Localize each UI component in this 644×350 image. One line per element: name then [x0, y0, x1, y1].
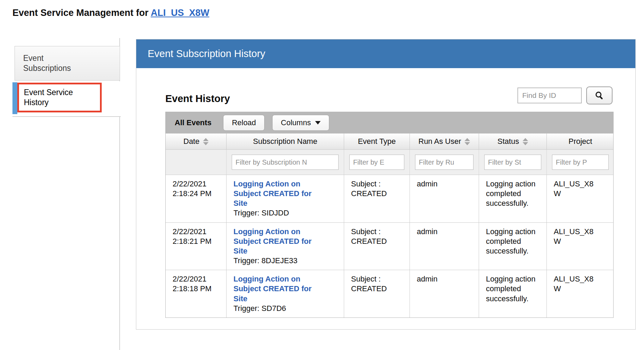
column-header-event-type[interactable]: Event Type [344, 133, 410, 149]
click-highlight-box: Event Service History [17, 83, 102, 112]
filter-cell-event-type [344, 150, 410, 175]
sidebar-item-label: Event Subscriptions [23, 53, 92, 73]
event-history-heading: Event History [165, 93, 230, 104]
filter-cell-project [547, 150, 614, 175]
cell-run-as-user: admin [410, 175, 479, 222]
cell-date: 2/22/2021 2:18:18 PM [166, 270, 227, 317]
sidebar-item-event-subscriptions[interactable]: Event Subscriptions [15, 46, 120, 81]
chevron-down-icon [315, 121, 321, 125]
table-header-row: Date Subscription Name Event Type Run As… [166, 133, 613, 149]
column-header-label: Event Type [358, 137, 396, 146]
subscription-link[interactable]: Logging Action on Subject CREATED for Si… [233, 274, 316, 303]
page-title: Event Service Management for ALI_US_X8W [12, 8, 209, 18]
column-header-status[interactable]: Status [479, 133, 547, 149]
cell-run-as-user: admin [410, 223, 479, 270]
cell-status: Logging action completed successfully. [479, 270, 547, 317]
selected-tab-accent-bar [12, 82, 17, 114]
cell-event-type: Subject : CREATED [344, 175, 410, 222]
cell-event-type: Subject : CREATED [344, 270, 410, 317]
filter-event-type-input[interactable] [349, 155, 404, 170]
event-history-grid: All Events Reload Columns Date Subscript… [165, 112, 614, 318]
grid-toolbar: All Events Reload Columns [166, 112, 613, 133]
find-by-id-input[interactable] [517, 88, 582, 103]
filter-status-input[interactable] [484, 155, 541, 170]
cell-date: 2/22/2021 2:18:21 PM [166, 223, 227, 270]
search-button[interactable] [586, 86, 613, 104]
sort-icon[interactable] [203, 138, 209, 145]
table-row: 2/22/2021 2:18:18 PM Logging Action on S… [166, 270, 613, 317]
search-icon [596, 92, 601, 98]
column-header-project[interactable]: Project [547, 133, 614, 149]
filter-cell-status [479, 150, 547, 175]
cell-project: ALI_US_X8W [547, 270, 614, 317]
cell-project: ALI_US_X8W [547, 223, 614, 270]
sort-icon[interactable] [464, 138, 470, 145]
sidebar: Event Subscriptions Event Service Histor… [12, 38, 120, 350]
cell-status: Logging action completed successfully. [479, 223, 547, 270]
all-events-label: All Events [175, 118, 211, 127]
columns-button[interactable]: Columns [272, 115, 329, 131]
column-header-subscription-name[interactable]: Subscription Name [227, 133, 344, 149]
column-header-label: Project [569, 137, 592, 146]
reload-button-label: Reload [232, 118, 256, 127]
trigger-text: Trigger: 8DJEJE33 [233, 256, 297, 265]
column-header-label: Run As User [418, 137, 461, 146]
filter-cell-date [166, 150, 227, 175]
subscription-link[interactable]: Logging Action on Subject CREATED for Si… [233, 179, 316, 208]
subscription-link[interactable]: Logging Action on Subject CREATED for Si… [233, 227, 316, 256]
table-row: 2/22/2021 2:18:21 PM Logging Action on S… [166, 222, 613, 270]
trigger-text: Trigger: SD7D6 [233, 304, 286, 313]
sidebar-item-label: Event Service History [24, 88, 73, 107]
column-header-label: Subscription Name [253, 137, 318, 146]
page-title-text: Event Service Management for [12, 8, 151, 18]
sidebar-item-event-service-history[interactable]: Event Service History [12, 81, 121, 117]
find-by-id-group [517, 86, 613, 104]
filter-project-input[interactable] [552, 155, 609, 170]
cell-subscription-name: Logging Action on Subject CREATED for Si… [227, 175, 344, 222]
panel-header: Event Subscription History [136, 39, 635, 68]
cell-subscription-name: Logging Action on Subject CREATED for Si… [227, 223, 344, 270]
table-filter-row [166, 149, 613, 175]
cell-project: ALI_US_X8W [547, 175, 614, 222]
filter-run-as-user-input[interactable] [415, 155, 473, 170]
column-header-date[interactable]: Date [166, 133, 227, 149]
trigger-text: Trigger: SIDJDD [233, 209, 289, 217]
reload-button[interactable]: Reload [223, 115, 265, 131]
event-subscription-history-panel: Event Subscription History Event History… [136, 39, 636, 330]
cell-subscription-name: Logging Action on Subject CREATED for Si… [227, 270, 344, 317]
cell-date: 2/22/2021 2:18:24 PM [166, 175, 227, 222]
cell-event-type: Subject : CREATED [344, 223, 410, 270]
panel-title: Event Subscription History [148, 48, 265, 59]
sort-icon[interactable] [523, 138, 528, 145]
columns-button-label: Columns [281, 118, 311, 127]
filter-subscription-name-input[interactable] [232, 155, 339, 170]
column-header-run-as-user[interactable]: Run As User [410, 133, 479, 149]
project-link[interactable]: ALI_US_X8W [151, 8, 210, 18]
filter-cell-run-as-user [410, 150, 479, 175]
filter-cell-subscription-name [227, 150, 344, 175]
cell-status: Logging action completed successfully. [479, 175, 547, 222]
table-row: 2/22/2021 2:18:24 PM Logging Action on S… [166, 175, 613, 222]
column-header-label: Status [497, 137, 519, 146]
column-header-label: Date [183, 137, 199, 146]
cell-run-as-user: admin [410, 270, 479, 317]
